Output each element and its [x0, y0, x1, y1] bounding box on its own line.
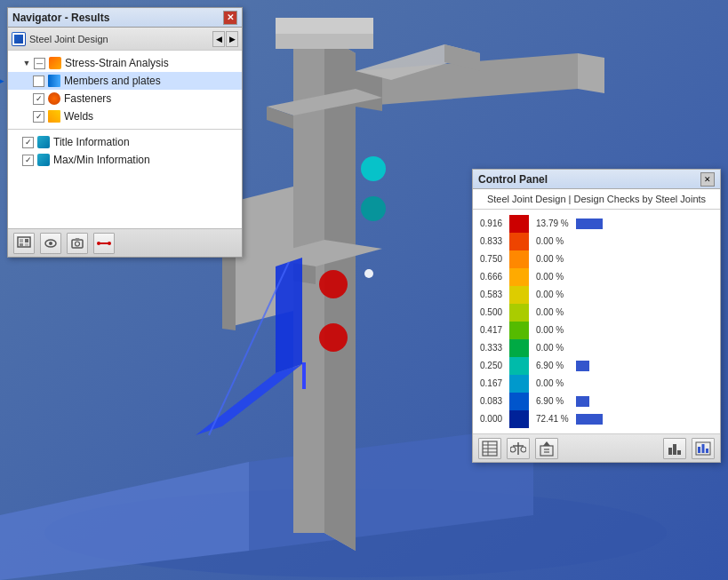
- camera-icon: [70, 236, 84, 250]
- legend-percent-5: 0.00 %: [536, 304, 569, 322]
- svg-rect-61: [706, 449, 708, 453]
- cp-bar-chart2-button[interactable]: [692, 438, 715, 459]
- legend-bar-6: [576, 322, 603, 339]
- control-panel-footer: [473, 433, 720, 462]
- legend-percent-2: 0.00 %: [536, 250, 569, 268]
- svg-rect-33: [25, 243, 28, 246]
- legend-color-cell-1: [509, 233, 529, 250]
- svg-rect-59: [698, 447, 700, 453]
- legend-percent-labels: 13.79 %0.00 %0.00 %0.00 %0.00 %0.00 %0.0…: [536, 215, 569, 428]
- legend-percent-4: 0.00 %: [536, 286, 569, 304]
- legend-value-1: 0.833: [480, 233, 502, 250]
- cp-bar-chart1-button[interactable]: [663, 438, 686, 459]
- legend-colorbar: [509, 215, 529, 428]
- legend-percent-9: 0.00 %: [536, 375, 569, 393]
- svg-point-41: [108, 242, 111, 245]
- legend-bar-0: [576, 215, 603, 233]
- legend-value-0: 0.916: [480, 215, 502, 233]
- legend-value-10: 0.083: [480, 393, 502, 410]
- footer-view-button[interactable]: [13, 233, 35, 254]
- checkbox-title-info[interactable]: [22, 137, 34, 148]
- legend-color-cell-11: [509, 410, 529, 428]
- cp-table-button[interactable]: [478, 438, 501, 459]
- module-icon: [12, 32, 26, 46]
- svg-marker-38: [75, 238, 80, 240]
- legend-color-cell-10: [509, 393, 529, 410]
- footer-line-button[interactable]: [93, 233, 115, 254]
- navigator-close-button[interactable]: ✕: [223, 11, 237, 25]
- legend-bar-7: [576, 339, 603, 357]
- legend-color-cell-5: [509, 304, 529, 322]
- cp-balance-button[interactable]: [507, 438, 530, 459]
- module-label: Steel Joint Design: [29, 34, 209, 44]
- svg-rect-60: [702, 444, 705, 453]
- tree-item-welds[interactable]: Welds: [8, 107, 242, 125]
- legend-color-cell-4: [509, 286, 529, 304]
- members-label: Members and plates: [64, 75, 161, 87]
- fasteners-label: Fasteners: [64, 92, 111, 105]
- legend-percent-8: 6.90 %: [536, 357, 569, 375]
- nav-arrow-buttons: ◀ ▶: [212, 31, 238, 47]
- eye-icon: [44, 236, 58, 250]
- fasteners-icon: [47, 91, 61, 106]
- legend-color-cell-6: [509, 322, 529, 339]
- svg-rect-32: [20, 243, 23, 246]
- footer-eye-button[interactable]: [40, 233, 61, 254]
- legend-bar-3: [576, 268, 603, 286]
- legend-color-cell-2: [509, 250, 529, 268]
- tree-item-fasteners[interactable]: Fasteners: [8, 90, 242, 107]
- checkbox-stress-strain[interactable]: [34, 58, 45, 69]
- checkbox-maxmin-info[interactable]: [22, 155, 34, 166]
- legend-bar-9: [576, 375, 603, 393]
- maxmin-info-label: Max/Min Information: [53, 154, 150, 166]
- navigator-titlebar: Navigator - Results ✕: [8, 8, 242, 28]
- legend-percent-10: 6.90 %: [536, 393, 569, 410]
- title-info-icon: [36, 135, 51, 149]
- svg-rect-30: [20, 239, 23, 242]
- tree-separator: [8, 129, 242, 130]
- checkbox-fasteners[interactable]: [33, 93, 44, 105]
- legend-value-labels: 0.9160.8330.7500.6660.5830.5000.4170.333…: [480, 215, 502, 428]
- legend-color-cell-7: [509, 339, 529, 357]
- stress-strain-label: Stress-Strain Analysis: [65, 57, 169, 69]
- legend-color-cell-0: [509, 215, 529, 233]
- nav-next-button[interactable]: ▶: [226, 31, 238, 47]
- legend-percent-7: 0.00 %: [536, 339, 569, 357]
- svg-point-37: [76, 242, 80, 246]
- bar-chart1-icon: [667, 441, 683, 457]
- tree-item-members[interactable]: ➤ Members and plates: [8, 72, 242, 90]
- tree-item-stress-strain[interactable]: ▼ Stress-Strain Analysis: [8, 54, 242, 72]
- checkbox-welds[interactable]: [33, 111, 44, 123]
- welds-label: Welds: [64, 110, 93, 123]
- legend-value-5: 0.500: [480, 304, 502, 322]
- svg-point-24: [361, 196, 386, 221]
- svg-marker-19: [276, 34, 373, 49]
- nav-prev-button[interactable]: ◀: [212, 31, 225, 47]
- navigator-tree: ▼ Stress-Strain Analysis ➤ Members and p…: [8, 51, 242, 228]
- control-panel-titlebar: Control Panel ✕: [473, 170, 720, 189]
- tree-item-title-info[interactable]: Title Information: [8, 133, 242, 151]
- legend-value-3: 0.666: [480, 268, 502, 286]
- bar-chart2-icon: [695, 441, 711, 457]
- control-panel-close-button[interactable]: ✕: [700, 172, 715, 187]
- svg-point-49: [510, 447, 516, 452]
- svg-marker-20: [276, 18, 373, 34]
- legend-bar-indicators: [576, 215, 603, 428]
- control-panel-content: 0.9160.8330.7500.6660.5830.5000.4170.333…: [473, 210, 720, 433]
- svg-rect-28: [302, 362, 306, 389]
- legend-percent-1: 0.00 %: [536, 233, 569, 250]
- cp-export-button[interactable]: [535, 438, 558, 459]
- legend-bar-10: [576, 393, 603, 410]
- legend-bar-4: [576, 286, 603, 304]
- export-icon: [539, 441, 555, 457]
- footer-camera-button[interactable]: [67, 233, 88, 254]
- svg-point-26: [319, 270, 348, 298]
- legend-value-11: 0.000: [480, 410, 502, 428]
- tree-item-maxmin-info[interactable]: Max/Min Information: [8, 151, 242, 169]
- svg-point-35: [49, 242, 52, 245]
- checkbox-members[interactable]: [33, 75, 44, 87]
- svg-rect-55: [668, 448, 672, 455]
- legend-value-2: 0.750: [480, 250, 502, 268]
- legend-bar-8: [576, 357, 603, 375]
- svg-rect-51: [540, 446, 553, 456]
